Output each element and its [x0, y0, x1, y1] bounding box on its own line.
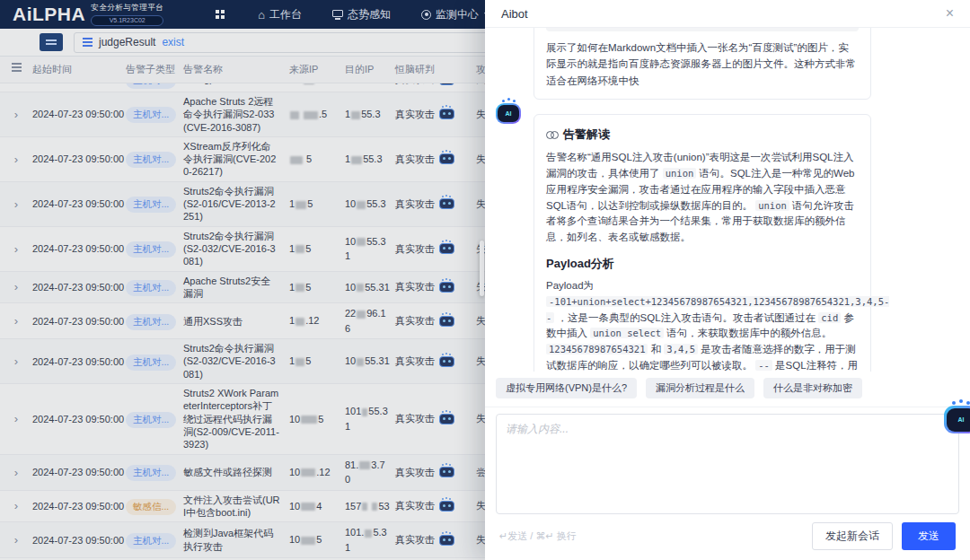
alert-name: Struts2命令执行漏洞(S2-032/CVE-2016-3081): [183, 342, 289, 381]
alert-subtype-badge: 主机对...: [126, 152, 176, 168]
suggestion-chip-1[interactable]: 漏洞分析过程是什么: [646, 378, 754, 398]
send-button[interactable]: 发送: [902, 522, 956, 550]
nav-item-label: 监测中心: [436, 7, 479, 22]
redacted-ip-segment: [357, 284, 364, 292]
redacted-ip-segment: [357, 238, 366, 246]
expand-row-icon[interactable]: ›: [14, 355, 18, 367]
panel-toggle-button[interactable]: [40, 33, 63, 51]
nav-item-0[interactable]: ⌂工作台: [242, 0, 317, 29]
keyboard-hint: ↵发送 / ⌘↵ 换行: [499, 529, 577, 543]
alert-subtype-badge: 主机对...: [126, 280, 176, 296]
source-ip: 15: [289, 241, 345, 257]
alert-name: 文件注入攻击尝试(URI中包含boot.ini): [183, 494, 289, 520]
close-icon[interactable]: ×: [946, 6, 954, 21]
ai-avatar-label: AI: [506, 110, 512, 117]
header-col-judge: 恒脑研判: [395, 63, 476, 76]
header-col-dst: 目的IP: [345, 63, 395, 76]
redacted-ip-segment: [290, 111, 299, 119]
new-session-button[interactable]: 发起新会话: [812, 522, 893, 550]
expand-row-icon[interactable]: ›: [14, 198, 18, 210]
ai-judgement: 真实攻击: [395, 412, 476, 425]
source-ip: 10.12: [289, 465, 345, 480]
dest-ip: 101.5.31: [345, 525, 395, 555]
ai-avatar: AI: [496, 103, 521, 124]
alert-subtype-badge: 主机对...: [126, 465, 176, 481]
app-version-badge: V5.1R23C02: [91, 15, 163, 26]
alert-start-time: 2024-07-23 09:50:00: [32, 282, 126, 293]
dest-ip: 10155.31: [345, 404, 395, 433]
aibot-mascot-icon[interactable]: AI: [944, 406, 970, 433]
alert-start-time: 2024-07-23 09:50:00: [32, 414, 126, 424]
expand-row-icon[interactable]: ›: [14, 500, 18, 512]
expand-row-icon[interactable]: ›: [14, 534, 18, 546]
alert-start-time: 2024-07-23 09:50:00: [32, 243, 126, 254]
suggestion-chip-2[interactable]: 什么是非对称加密: [763, 378, 862, 398]
aibot-header: Aibot ×: [485, 0, 970, 28]
interpretation-paragraph: 告警名称“通用SQL注入攻击(union)”表明这是一次尝试利用SQL注入漏洞的…: [546, 150, 859, 246]
source-ip: 10.4.5: [289, 83, 345, 87]
suggestion-chip-0[interactable]: 虚拟专用网络(VPN)是什么?: [496, 378, 637, 398]
source-ip: 105: [289, 532, 345, 547]
dest-ip: 1055.31: [345, 234, 395, 264]
alert-subtype-badge: 主机对...: [126, 197, 176, 213]
code-block: da0cea8f7e.png): [546, 28, 859, 31]
ai-judgement: 真实攻击: [395, 242, 476, 256]
ai-judgement: 真实攻击: [395, 83, 476, 86]
filter-icon: [83, 38, 93, 39]
alert-name: Struts2命令执行漏洞(S2-016/CVE-2013-2251): [183, 185, 289, 223]
ai-brain-icon: [439, 535, 454, 546]
ai-brain-icon: [439, 198, 454, 209]
monitor-icon: [332, 10, 343, 17]
nav-item-1[interactable]: 态势感知: [317, 0, 406, 29]
redacted-ip-segment: [357, 311, 366, 319]
expand-row-icon[interactable]: ›: [14, 83, 18, 85]
chat-input[interactable]: 请输入内容...: [496, 414, 959, 514]
redacted-ip-segment: [295, 201, 306, 209]
redacted-ip-segment: [351, 156, 362, 164]
source-ip: 1.12: [289, 313, 345, 328]
ai-judgement: 真实攻击: [395, 499, 476, 512]
section-alert-interpretation: 告警解读: [546, 127, 859, 143]
expand-row-icon[interactable]: ›: [14, 243, 18, 255]
logo-text: AiLPHA: [13, 4, 85, 23]
alert-start-time: 2024-07-23 09:50:00: [32, 535, 126, 546]
redacted-ip-segment: [290, 156, 303, 164]
source-ip: 5: [289, 152, 345, 167]
ai-brain-icon: [439, 501, 454, 512]
alert-subtype-badge: 主机对...: [126, 314, 176, 330]
ai-brain-icon: [439, 153, 454, 164]
alert-start-time: 2024-07-23 09:50:00: [32, 467, 126, 477]
inline-code: 12345678987654321: [546, 344, 648, 354]
column-settings-icon[interactable]: [12, 63, 22, 65]
alert-subtype-badge: 主机对...: [126, 241, 176, 258]
alert-name: Struts2命令执行漏洞(S2-032/CVE-2016-3081): [183, 230, 289, 268]
dest-ip: 157 53: [345, 499, 395, 514]
apps-grid-icon[interactable]: [216, 10, 219, 13]
dest-ip: 1055.3: [345, 197, 395, 212]
redacted-ip-segment: [362, 503, 367, 511]
alert-start-time: 2024-07-23 09:50:00: [32, 109, 126, 119]
expand-row-icon[interactable]: ›: [14, 153, 18, 165]
redacted-ip-segment: [295, 245, 304, 253]
alert-name: config): [183, 83, 289, 86]
expand-row-icon[interactable]: ›: [14, 281, 18, 293]
alert-start-time: 2024-07-23 09:50:00: [32, 198, 126, 209]
expand-row-icon[interactable]: ›: [14, 413, 18, 424]
alert-subtype-badge: 主机对...: [126, 83, 176, 89]
table-scrollbar[interactable]: [480, 241, 484, 296]
ai-brain-icon: [439, 414, 454, 424]
alert-name: Struts2 XWork ParameterInterceptors补丁绕过远…: [183, 387, 289, 451]
aibot-panel: Aibot × da0cea8f7e.png) 展示了如何在Markdown文档…: [485, 0, 970, 560]
ai-brain-icon: [439, 282, 454, 293]
expand-row-icon[interactable]: ›: [14, 109, 18, 120]
chat-area: da0cea8f7e.png) 展示了如何在Markdown文档中插入一张名为“…: [485, 28, 970, 372]
dest-ip: 155.3: [345, 152, 395, 167]
dest-ip: 81.3.70: [345, 458, 395, 487]
header-col-src: 来源IP: [289, 63, 345, 76]
dest-ip: 1055.31: [345, 280, 395, 295]
redacted-ip-segment: [365, 529, 372, 538]
expand-row-icon[interactable]: ›: [14, 467, 18, 478]
query-field: judgeResult: [99, 36, 155, 48]
expand-row-icon[interactable]: ›: [14, 315, 18, 327]
message-card-analysis: 告警解读 告警名称“通用SQL注入攻击(union)”表明这是一次尝试利用SQL…: [534, 114, 871, 372]
